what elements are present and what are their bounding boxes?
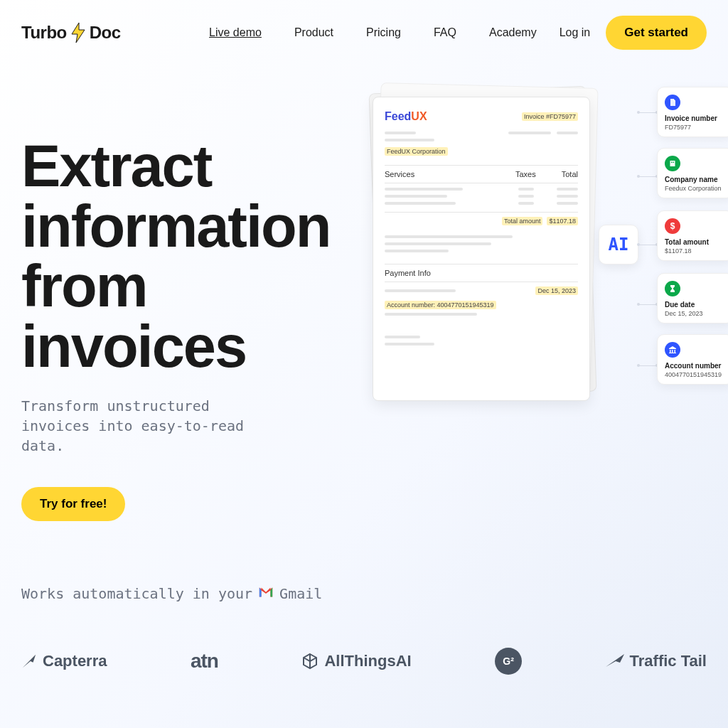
hero-copy: Extract information from invoices Transf… xyxy=(21,87,334,521)
card-label: Account number xyxy=(665,362,726,370)
nav-product[interactable]: Product xyxy=(294,26,333,39)
logo-atn: atn xyxy=(191,650,218,673)
hero-illustration: FeedUX Invoice #FD75977 FeedUX Corporati… xyxy=(348,87,707,456)
logo-g2: G² xyxy=(495,648,522,675)
card-label: Company name xyxy=(665,176,726,183)
card-value: Dec 15, 2023 xyxy=(665,310,726,317)
svg-rect-2 xyxy=(673,162,675,164)
title-line: information xyxy=(21,193,330,259)
dollar-icon: $ xyxy=(665,218,680,234)
company-highlight: FeedUX Corporation xyxy=(385,147,448,156)
bank-icon xyxy=(665,342,680,358)
gmail-prefix: Works automatically in your xyxy=(21,585,252,602)
card-label: Invoice number xyxy=(665,114,726,122)
logo-text: Traffic Tail xyxy=(630,652,707,670)
lightning-icon xyxy=(70,23,87,43)
hex-icon xyxy=(301,653,318,670)
nav-live-demo[interactable]: Live demo xyxy=(209,26,262,39)
header: Turbo Doc Live demo Product Pricing FAQ … xyxy=(0,0,728,65)
invoice-number-highlight: Invoice #FD75977 xyxy=(522,112,578,121)
title-line: Extract xyxy=(21,133,211,199)
partner-logos: Capterra atn AllThingsAI G² Traffic Tail xyxy=(0,648,728,675)
total-label-highlight: Total amount xyxy=(502,217,543,225)
hero: Extract information from invoices Transf… xyxy=(0,65,728,521)
logo-text: Capterra xyxy=(43,652,107,670)
card-label: Total amount xyxy=(665,238,726,246)
brand-logo[interactable]: Turbo Doc xyxy=(21,23,121,43)
card-value: $1107.18 xyxy=(665,247,726,255)
hero-title: Extract information from invoices xyxy=(21,136,334,378)
arrow-icon xyxy=(21,653,37,669)
hourglass-icon xyxy=(665,281,680,296)
card-value: 4004770151945319 xyxy=(665,371,726,378)
extract-card-company: Company name Feedux Corporation xyxy=(657,148,728,198)
try-free-button[interactable]: Try for free! xyxy=(21,487,125,521)
card-value: FD75977 xyxy=(665,124,726,131)
extract-card-due-date: Due date Dec 15, 2023 xyxy=(657,273,728,323)
invoice-doc: FeedUX Invoice #FD75977 FeedUX Corporati… xyxy=(373,97,590,401)
login-link[interactable]: Log in xyxy=(560,26,591,39)
payment-info-heading: Payment Info xyxy=(385,269,578,277)
col-total: Total xyxy=(562,170,578,178)
card-label: Due date xyxy=(665,301,726,309)
logo-capterra: Capterra xyxy=(21,652,107,670)
document-icon xyxy=(665,95,680,110)
get-started-button[interactable]: Get started xyxy=(606,16,707,50)
nav-pricing[interactable]: Pricing xyxy=(366,26,401,39)
gmail-name: Gmail xyxy=(279,585,322,602)
logo-text: AllThingsAI xyxy=(324,652,411,670)
col-services: Services xyxy=(385,170,414,178)
title-line: from xyxy=(21,253,146,319)
svg-rect-1 xyxy=(671,162,673,164)
logo-allthingsai: AllThingsAI xyxy=(301,652,411,670)
logo-traffic-tail: Traffic Tail xyxy=(606,652,707,670)
gmail-icon xyxy=(258,585,274,602)
extract-card-invoice-number: Invoice number FD75977 xyxy=(657,87,728,137)
ai-icon: AI xyxy=(599,225,638,264)
card-value: Feedux Corporation xyxy=(665,185,726,192)
logo-text-b: Doc xyxy=(90,23,121,43)
gmail-note: Works automatically in your Gmail xyxy=(0,585,728,602)
brand-a: Feed xyxy=(385,110,411,122)
hero-subtitle: Transform unstructured invoices into eas… xyxy=(21,396,277,456)
col-taxes: Taxes xyxy=(515,170,536,178)
nav-academy[interactable]: Academy xyxy=(489,26,537,39)
svg-rect-0 xyxy=(670,161,675,166)
total-value-highlight: $1107.18 xyxy=(547,217,578,225)
date-highlight: Dec 15, 2023 xyxy=(535,287,578,295)
nav-faq[interactable]: FAQ xyxy=(434,26,456,39)
logo-text-a: Turbo xyxy=(21,23,67,43)
main-nav: Live demo Product Pricing FAQ Academy xyxy=(209,26,537,39)
account-highlight: Account number: 4004770151945319 xyxy=(385,301,496,309)
title-line: invoices xyxy=(21,314,246,380)
building-icon xyxy=(665,156,680,171)
invoice-logo: FeedUX xyxy=(385,110,427,123)
plane-icon xyxy=(606,654,624,668)
extract-card-account: Account number 4004770151945319 xyxy=(657,334,728,385)
brand-b: UX xyxy=(411,110,427,122)
header-actions: Log in Get started xyxy=(560,16,707,50)
extract-card-total: $ Total amount $1107.18 xyxy=(657,210,728,261)
